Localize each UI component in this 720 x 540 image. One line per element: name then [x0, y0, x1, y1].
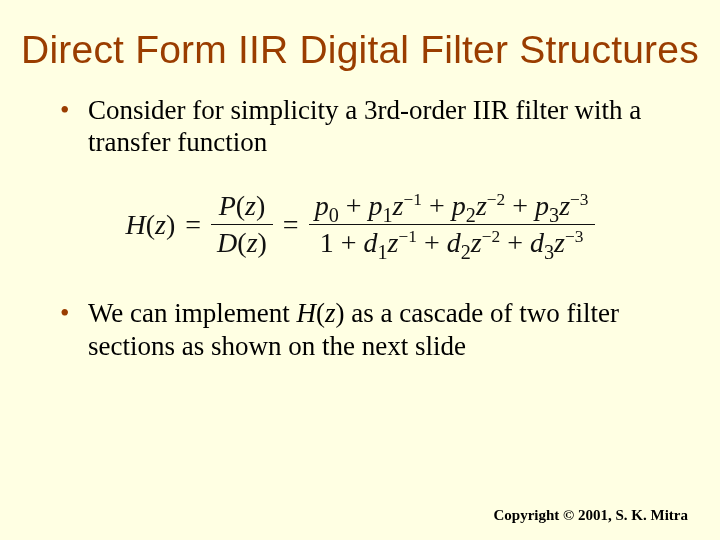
- slide-body: Consider for simplicity a 3rd-order IIR …: [0, 72, 720, 363]
- bullet-1-text: Consider for simplicity a 3rd-order IIR …: [88, 95, 641, 157]
- z3: z: [559, 190, 570, 221]
- Dz: z: [247, 227, 258, 258]
- d1s: 1: [377, 241, 387, 263]
- z1: z: [393, 190, 404, 221]
- d3: d: [530, 227, 544, 258]
- dpl1: +: [334, 227, 364, 258]
- b2-pre: We can implement: [88, 298, 297, 328]
- dz1: z: [388, 227, 399, 258]
- p2: p: [452, 190, 466, 221]
- bullet-1: Consider for simplicity a 3rd-order IIR …: [60, 94, 660, 159]
- dz2: z: [471, 227, 482, 258]
- p0s: 0: [329, 204, 339, 226]
- dpl3: +: [500, 227, 530, 258]
- Ppc: ): [256, 190, 265, 221]
- formula-row: H(z) = P(z) D(z) = p0 + p1z−1 + p2z−2 + …: [125, 188, 594, 261]
- p1: p: [369, 190, 383, 221]
- dz2s: −2: [482, 227, 500, 246]
- D: D: [217, 227, 237, 258]
- bullet-list: Consider for simplicity a 3rd-order IIR …: [60, 94, 660, 159]
- p3: p: [535, 190, 549, 221]
- denominator: 1 + d1z−1 + d2z−2 + d3z−3: [314, 225, 590, 261]
- Ppo: (: [236, 190, 245, 221]
- lhs-z: z: [155, 209, 166, 240]
- z1s: −1: [404, 190, 422, 209]
- dz3s: −3: [565, 227, 583, 246]
- p3s: 3: [549, 204, 559, 226]
- frac-expanded: p0 + p1z−1 + p2z−2 + p3z−3 1 + d1z−1 + d…: [309, 188, 595, 261]
- dpl2: +: [417, 227, 447, 258]
- Dpo: (: [237, 227, 246, 258]
- lhs-po: (: [146, 209, 155, 240]
- b2-H: H: [297, 298, 317, 328]
- lhs-H: H: [125, 209, 145, 240]
- copyright-notice: Copyright © 2001, S. K. Mitra: [493, 507, 688, 524]
- dz3: z: [554, 227, 565, 258]
- d2: d: [447, 227, 461, 258]
- z2: z: [476, 190, 487, 221]
- Dpc: ): [258, 227, 267, 258]
- numerator: p0 + p1z−1 + p2z−2 + p3z−3: [309, 188, 595, 224]
- p1s: 1: [383, 204, 393, 226]
- bullet-2: We can implement H(z) as a cascade of tw…: [60, 297, 660, 362]
- z2s: −2: [487, 190, 505, 209]
- b2-pc: ): [336, 298, 345, 328]
- d1: d: [363, 227, 377, 258]
- P: P: [219, 190, 236, 221]
- b2-z: z: [325, 298, 336, 328]
- pl1: +: [339, 190, 369, 221]
- d3s: 3: [544, 241, 554, 263]
- z3s: −3: [570, 190, 588, 209]
- p0: p: [315, 190, 329, 221]
- transfer-function-formula: H(z) = P(z) D(z) = p0 + p1z−1 + p2z−2 + …: [60, 188, 660, 261]
- Pz: z: [245, 190, 256, 221]
- slide: Direct Form IIR Digital Filter Structure…: [0, 0, 720, 540]
- d2s: 2: [461, 241, 471, 263]
- b2-po: (: [316, 298, 325, 328]
- slide-title: Direct Form IIR Digital Filter Structure…: [0, 0, 720, 72]
- d1one: 1: [320, 227, 334, 258]
- eq2: =: [283, 209, 299, 241]
- dz1s: −1: [398, 227, 416, 246]
- formula-lhs: H(z): [125, 209, 175, 241]
- eq1: =: [185, 209, 201, 241]
- pl3: +: [505, 190, 535, 221]
- frac-pz-dz: P(z) D(z): [211, 188, 273, 261]
- pl2: +: [422, 190, 452, 221]
- p2s: 2: [466, 204, 476, 226]
- lhs-pc: ): [166, 209, 175, 240]
- frac-dz-den: D(z): [211, 225, 273, 261]
- bullet-list-2: We can implement H(z) as a cascade of tw…: [60, 297, 660, 362]
- frac-pz-num: P(z): [213, 188, 272, 224]
